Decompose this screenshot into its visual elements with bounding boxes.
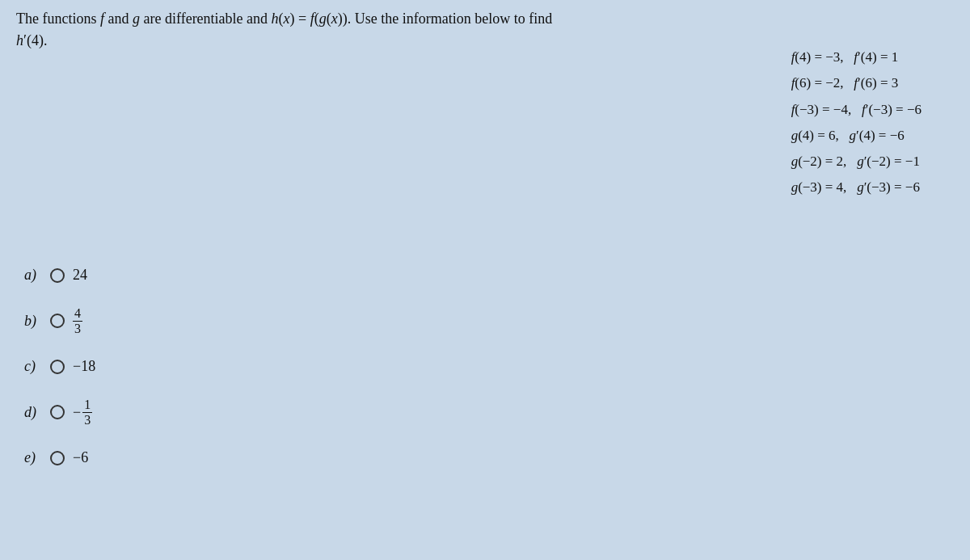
answers-section: a) 24 b) 4 3 c) −18 d) bbox=[24, 267, 95, 466]
answer-value-d: − 1 3 bbox=[73, 398, 92, 427]
neg-fraction-d: − 1 3 bbox=[73, 398, 92, 427]
info-line-6: g(−3) = 4, g′(−3) = −6 bbox=[791, 175, 922, 200]
info-line-5: g(−2) = 2, g′(−2) = −1 bbox=[791, 149, 922, 175]
answer-option-c: c) −18 bbox=[24, 358, 95, 375]
radio-e[interactable] bbox=[50, 451, 65, 465]
radio-b[interactable] bbox=[50, 314, 65, 328]
answer-label-a: a) bbox=[24, 267, 42, 284]
answer-option-e: e) −6 bbox=[24, 449, 95, 466]
info-line-1: f(4) = −3, f′(4) = 1 bbox=[791, 44, 922, 70]
answer-option-d: d) − 1 3 bbox=[24, 398, 95, 427]
answer-label-d: d) bbox=[24, 404, 42, 421]
info-line-2: f(6) = −2, f′(6) = 3 bbox=[791, 70, 922, 96]
numerator-b: 4 bbox=[73, 306, 82, 322]
answer-label-e: e) bbox=[24, 449, 42, 466]
fraction-d: 1 3 bbox=[82, 398, 92, 427]
answer-label-c: c) bbox=[24, 358, 42, 375]
info-line-3: f(−3) = −4, f′(−3) = −6 bbox=[791, 97, 922, 123]
info-line-4: g(4) = 6, g′(4) = −6 bbox=[791, 123, 922, 149]
denominator-d: 3 bbox=[82, 413, 92, 427]
radio-c[interactable] bbox=[50, 360, 65, 374]
radio-a[interactable] bbox=[50, 268, 65, 283]
radio-d[interactable] bbox=[50, 405, 65, 419]
info-block: f(4) = −3, f′(4) = 1 f(6) = −2, f′(6) = … bbox=[791, 44, 922, 201]
fraction-b: 4 3 bbox=[73, 306, 82, 335]
neg-sign-d: − bbox=[73, 404, 81, 421]
statement-text: The functions f and g are differentiable… bbox=[16, 11, 552, 48]
answer-label-b: b) bbox=[24, 313, 42, 330]
answer-value-c: −18 bbox=[73, 358, 95, 375]
page-container: The functions f and g are differentiable… bbox=[0, 0, 970, 560]
answer-option-a: a) 24 bbox=[24, 267, 95, 284]
numerator-d: 1 bbox=[82, 398, 92, 413]
answer-value-b: 4 3 bbox=[73, 306, 82, 335]
denominator-b: 3 bbox=[73, 322, 82, 336]
answer-value-e: −6 bbox=[73, 449, 88, 466]
problem-statement: The functions f and g are differentiable… bbox=[16, 8, 582, 52]
answer-option-b: b) 4 3 bbox=[24, 306, 95, 335]
answer-value-a: 24 bbox=[73, 267, 87, 284]
